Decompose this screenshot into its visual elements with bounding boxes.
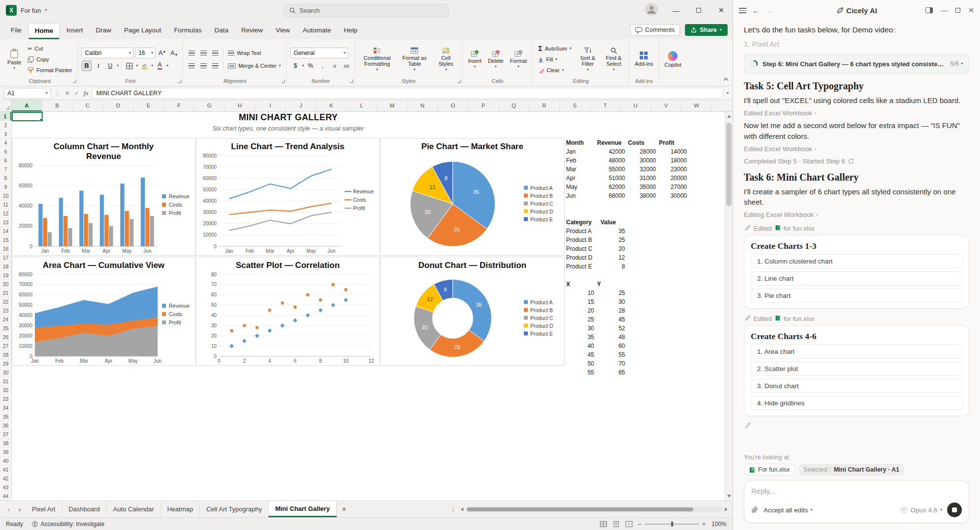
addins-button[interactable]: Add-ins [633, 51, 655, 68]
reply-input[interactable]: Reply... [751, 487, 962, 495]
table-cell[interactable]: 38000 [626, 191, 657, 200]
number-dialog-launcher[interactable] [350, 80, 353, 83]
zoom-slider-thumb[interactable] [671, 522, 673, 527]
vertical-scrollbar[interactable] [725, 112, 733, 501]
column-header-L[interactable]: L [347, 100, 377, 111]
row-header-7[interactable]: 7 [0, 165, 11, 174]
row-header-40[interactable]: 40 [0, 456, 11, 465]
row-header-29[interactable]: 29 [0, 359, 11, 368]
edit-card-item[interactable]: 3. Donut chart [751, 379, 962, 393]
sheet-tab-heatmap[interactable]: Heatmap [161, 501, 200, 517]
chart-line[interactable]: Line Chart — Trend Analysis0100002000030… [196, 138, 380, 256]
chevron-down-icon[interactable]: ▾ [45, 8, 47, 12]
zoom-slider[interactable] [645, 524, 699, 525]
column-header-Q[interactable]: Q [499, 100, 529, 111]
styles-dialog-launcher[interactable] [457, 80, 461, 83]
vertical-scroll-thumb[interactable] [726, 123, 732, 206]
formula-input[interactable]: MINI CHART GALLERY [92, 88, 723, 99]
table-cell[interactable]: 30 [596, 297, 626, 306]
table-cell[interactable]: Jun [565, 191, 596, 200]
table-cell[interactable]: Feb [565, 156, 596, 165]
row-header-43[interactable]: 43 [0, 483, 11, 492]
table-cell[interactable]: Mar [565, 165, 596, 174]
table-cell[interactable]: 70 [596, 359, 626, 368]
ribbon-tab-review[interactable]: Review [235, 23, 269, 39]
table-cell[interactable]: 52 [596, 324, 626, 333]
table-cell[interactable]: Jan [565, 147, 596, 156]
row-header-34[interactable]: 34 [0, 403, 11, 412]
row-header-33[interactable]: 33 [0, 395, 11, 403]
wrap-text-button[interactable]: Wrap Text [226, 48, 263, 58]
clear-button[interactable]: Clear▾ [536, 65, 573, 76]
menu-icon[interactable] [739, 8, 746, 13]
zoom-level[interactable]: 100% [711, 521, 727, 528]
scroll-left-arrow[interactable] [461, 507, 463, 511]
row-header-19[interactable]: 19 [0, 271, 11, 280]
column-header-V[interactable]: V [651, 100, 681, 111]
row-header-39[interactable]: 39 [0, 448, 11, 456]
table-cell[interactable]: 10 [565, 289, 596, 297]
table-cell[interactable]: 40 [565, 342, 596, 350]
select-all-corner[interactable] [0, 100, 12, 111]
row-header-11[interactable]: 11 [0, 200, 11, 209]
ribbon-tab-file[interactable]: File [5, 23, 27, 39]
table-cell[interactable]: 35 [599, 227, 626, 236]
sheet-tab-auto-calendar[interactable]: Auto Calendar [107, 501, 161, 517]
decrease-decimal-button[interactable]: .00 [341, 60, 351, 71]
format-as-table-button[interactable]: Format as Table▾ [398, 46, 431, 73]
table-cell[interactable]: 48000 [596, 156, 626, 165]
table-cell[interactable]: 55 [565, 368, 596, 377]
edit-card-item[interactable]: 1. Column clustered chart [751, 254, 962, 268]
name-box[interactable]: A1▾ [4, 88, 51, 99]
attachment-icon[interactable] [751, 506, 759, 514]
column-header-N[interactable]: N [408, 100, 438, 111]
row-header-22[interactable]: 22 [0, 297, 11, 306]
underline-button[interactable]: U [105, 60, 115, 71]
ribbon-tab-insert[interactable]: Insert [60, 23, 89, 39]
column-header-F[interactable]: F [164, 100, 194, 111]
table-cell[interactable]: 18000 [657, 156, 688, 165]
edited-workbook-link[interactable]: Edited Excel Workbook› [744, 109, 969, 117]
column-header-O[interactable]: O [438, 100, 468, 111]
sheet-nav-right-icon[interactable]: › [15, 505, 25, 513]
insert-function-button[interactable]: fx [83, 89, 88, 97]
edit-file-name[interactable]: for fun.xlsx [784, 315, 815, 322]
sheet-tab-mini-chart-gallery[interactable]: Mini Chart Gallery [269, 501, 336, 517]
row-header-17[interactable]: 17 [0, 253, 11, 262]
align-left-button[interactable] [187, 60, 197, 71]
row-header-18[interactable]: 18 [0, 262, 11, 271]
comments-button[interactable]: Comments [630, 24, 680, 36]
align-top-button[interactable] [187, 48, 197, 58]
row-header-32[interactable]: 32 [0, 386, 11, 395]
table-cell[interactable]: Product C [565, 244, 599, 253]
accept-all-edits-button[interactable]: Accept all edits▾ [763, 506, 813, 514]
sort-filter-button[interactable]: Sort & Filter▾ [576, 46, 599, 73]
row-header-42[interactable]: 42 [0, 474, 11, 483]
row-header-16[interactable]: 16 [0, 244, 11, 253]
ribbon-tab-page-layout[interactable]: Page Layout [118, 23, 167, 39]
expand-formula-bar-icon[interactable]: ▾ [727, 91, 729, 95]
scroll-up-arrow[interactable] [727, 115, 731, 118]
chart-pie[interactable]: Pie Chart — Market Share352520128Product… [380, 138, 565, 256]
font-color-button[interactable]: A [155, 60, 165, 71]
merge-center-button[interactable]: Merge & Center▾ [226, 61, 283, 71]
row-header-13[interactable]: 13 [0, 218, 11, 227]
font-family-select[interactable]: Calibri▾ [82, 48, 134, 58]
row-header-8[interactable]: 8 [0, 174, 11, 183]
row-header-41[interactable]: 41 [0, 465, 11, 474]
row-header-30[interactable]: 30 [0, 368, 11, 377]
table-cell[interactable]: 15 [565, 297, 596, 306]
edit-card-item[interactable]: 3. Pie chart [751, 289, 962, 303]
table-cell[interactable]: 45 [596, 315, 626, 324]
table-cell[interactable]: 20000 [657, 174, 688, 183]
find-select-button[interactable]: Find & Select▾ [602, 46, 626, 73]
column-header-K[interactable]: K [316, 100, 347, 111]
row-header-20[interactable]: 20 [0, 280, 11, 289]
column-header-A[interactable]: A [12, 100, 42, 111]
cancel-entry-icon[interactable]: ✕ [65, 90, 70, 97]
align-middle-button[interactable] [198, 48, 209, 58]
table-cell[interactable]: 30000 [657, 191, 688, 200]
fill-color-button[interactable] [139, 60, 150, 71]
increase-font-button[interactable]: A▲ [157, 48, 167, 58]
ribbon-tab-draw[interactable]: Draw [90, 23, 117, 39]
